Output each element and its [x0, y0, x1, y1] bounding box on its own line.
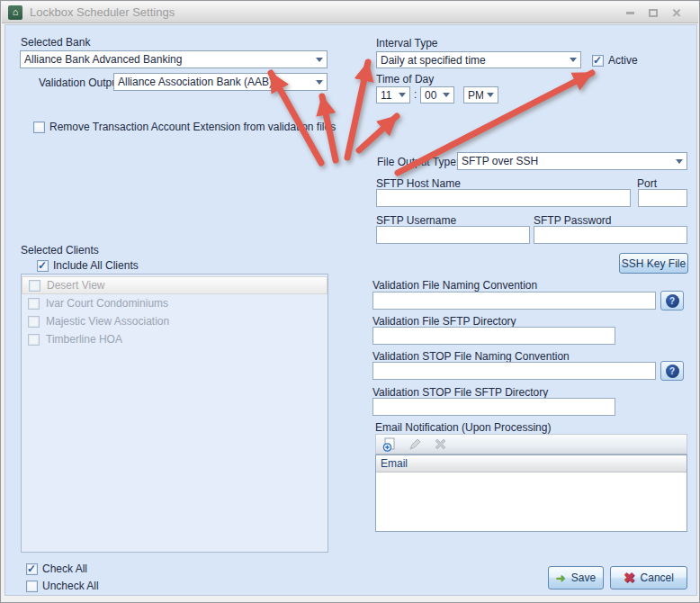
- client-checkbox: [28, 298, 40, 310]
- email-column-header-label: Email: [381, 457, 408, 470]
- validation-stop-sftp-dir-label: Validation STOP File SFTP Directory: [372, 386, 548, 399]
- save-arrow-icon: ➜: [556, 572, 566, 585]
- client-list-item: Ivar Court Condominiums: [22, 294, 328, 312]
- close-button[interactable]: ✕: [668, 6, 686, 20]
- cancel-x-icon: ✖: [624, 570, 635, 586]
- client-label: Timberline HOA: [46, 333, 122, 346]
- uncheck-all-label: Uncheck All: [42, 580, 99, 592]
- time-hour-combo[interactable]: 11: [376, 86, 410, 104]
- check-all-checkbox[interactable]: [26, 563, 38, 575]
- edit-email-icon: [407, 437, 423, 452]
- active-checkbox-row[interactable]: Active: [592, 54, 638, 67]
- validation-stop-naming-help-button[interactable]: ?: [660, 361, 684, 381]
- client-label: Ivar Court Condominiums: [46, 297, 168, 310]
- file-output-type-value: SFTP over SSH: [462, 155, 672, 167]
- ssh-key-file-label: SSH Key File: [622, 257, 686, 270]
- selected-bank-combo[interactable]: Alliance Bank Advanced Banking: [20, 50, 328, 68]
- active-checkbox[interactable]: [592, 55, 604, 67]
- time-separator: :: [414, 88, 417, 101]
- time-minute-combo[interactable]: 00: [420, 86, 454, 104]
- clients-listbox[interactable]: Desert View Ivar Court Condominiums Maje…: [21, 274, 328, 553]
- client-checkbox: [29, 280, 40, 292]
- remove-extension-label: Remove Transaction Account Extension fro…: [49, 121, 336, 133]
- remove-extension-checkbox[interactable]: [33, 122, 45, 133]
- client-list-item: Timberline HOA: [22, 330, 328, 348]
- validation-output-combo[interactable]: Alliance Association Bank (AAB): [113, 73, 328, 91]
- save-button[interactable]: ➜ Save: [548, 566, 604, 590]
- maximize-button[interactable]: [644, 6, 662, 20]
- client-checkbox: [28, 316, 40, 328]
- validation-file-sftp-dir-label: Validation File SFTP Directory: [372, 315, 516, 328]
- lockbox-scheduler-settings-dialog: ⌂ Lockbox Scheduler Settings ✕ Selected …: [0, 0, 700, 603]
- save-label: Save: [571, 572, 596, 584]
- sftp-host-input[interactable]: [376, 189, 631, 207]
- remove-extension-checkbox-row[interactable]: Remove Transaction Account Extension fro…: [33, 121, 336, 133]
- chevron-down-icon: [316, 58, 323, 62]
- validation-output-label: Validation Output:: [39, 76, 124, 89]
- validation-file-naming-label: Validation File Naming Convention: [372, 279, 537, 292]
- sftp-host-label: SFTP Host Name: [376, 177, 461, 190]
- sftp-username-label: SFTP Username: [376, 214, 456, 227]
- port-input[interactable]: [638, 189, 687, 207]
- cancel-label: Cancel: [641, 572, 674, 584]
- validation-file-sftp-dir-input[interactable]: [372, 327, 615, 345]
- selected-clients-label: Selected Clients: [21, 244, 99, 256]
- validation-file-naming-input[interactable]: [372, 292, 656, 310]
- add-email-icon[interactable]: [381, 437, 398, 452]
- client-label: Desert View: [47, 279, 104, 292]
- check-all-row[interactable]: Check All: [26, 562, 87, 575]
- sftp-username-input[interactable]: [376, 226, 530, 244]
- validation-stop-naming-input[interactable]: [372, 362, 656, 380]
- delete-email-icon: [432, 437, 448, 452]
- uncheck-all-row[interactable]: Uncheck All: [26, 580, 99, 592]
- interval-type-label: Interval Type: [376, 37, 437, 50]
- help-icon: ?: [666, 294, 679, 308]
- interval-type-value: Daily at specified time: [381, 54, 566, 67]
- include-all-clients-checkbox[interactable]: [37, 260, 49, 272]
- port-label: Port: [637, 177, 657, 190]
- validation-stop-naming-label: Validation STOP File Naming Convention: [372, 350, 570, 363]
- file-output-type-combo[interactable]: SFTP over SSH: [457, 152, 687, 170]
- sftp-password-label: SFTP Password: [534, 214, 611, 227]
- cancel-button[interactable]: ✖ Cancel: [610, 566, 687, 590]
- active-label: Active: [608, 54, 638, 67]
- time-hour-value: 11: [381, 89, 395, 102]
- email-notification-label: Email Notification (Upon Processing): [375, 421, 551, 434]
- include-all-clients-row[interactable]: Include All Clients: [37, 259, 139, 272]
- chevron-down-icon: [316, 80, 323, 85]
- email-list[interactable]: Email: [375, 454, 687, 532]
- email-toolbar: [375, 434, 687, 454]
- file-output-type-label: File Output Type:: [377, 156, 459, 168]
- uncheck-all-checkbox[interactable]: [26, 580, 38, 592]
- client-checkbox: [28, 334, 40, 346]
- ssh-key-file-button[interactable]: SSH Key File: [619, 253, 688, 274]
- time-meridiem-combo[interactable]: PM: [463, 86, 498, 104]
- chevron-down-icon: [399, 93, 406, 97]
- client-list-item: Desert View: [22, 276, 328, 294]
- time-minute-value: 00: [425, 89, 439, 102]
- minimize-button[interactable]: [621, 6, 639, 20]
- title-bar: ⌂ Lockbox Scheduler Settings ✕: [2, 2, 698, 23]
- selected-bank-label: Selected Bank: [21, 36, 90, 49]
- time-meridiem-value: PM: [468, 89, 483, 102]
- chevron-down-icon: [570, 58, 577, 62]
- minimize-icon: [626, 12, 634, 14]
- chevron-down-icon: [487, 93, 494, 97]
- interval-type-combo[interactable]: Daily at specified time: [376, 51, 581, 68]
- chevron-down-icon: [443, 93, 450, 97]
- email-column-header[interactable]: Email: [376, 455, 687, 472]
- help-icon: ?: [666, 364, 679, 378]
- validation-stop-sftp-dir-input[interactable]: [372, 398, 615, 416]
- validation-file-naming-help-button[interactable]: ?: [660, 291, 684, 310]
- check-all-label: Check All: [42, 562, 87, 575]
- window-title: Lockbox Scheduler Settings: [30, 5, 175, 19]
- home-icon: ⌂: [8, 5, 22, 20]
- client-list-item: Majestic View Association: [22, 312, 328, 330]
- client-label: Majestic View Association: [46, 315, 169, 328]
- validation-output-value: Alliance Association Bank (AAB): [118, 76, 312, 88]
- sftp-password-input[interactable]: [534, 226, 687, 244]
- maximize-icon: [649, 9, 658, 17]
- selected-bank-value: Alliance Bank Advanced Banking: [24, 53, 312, 66]
- chevron-down-icon: [676, 159, 683, 164]
- include-all-clients-label: Include All Clients: [53, 259, 139, 272]
